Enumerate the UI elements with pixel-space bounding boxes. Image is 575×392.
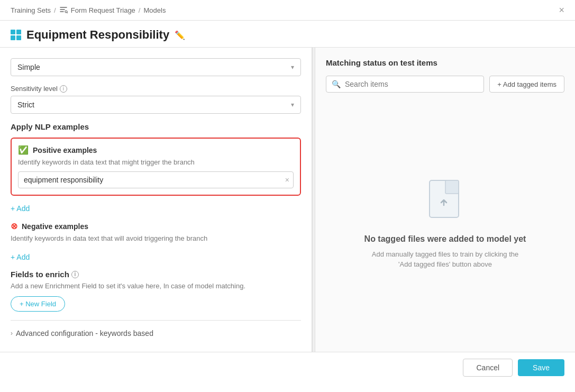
right-panel: Matching status on test items 🔍 + Add ta… [315, 48, 575, 352]
breadcrumb-form-request[interactable]: Form Request Triage [71, 6, 135, 14]
negative-examples-desc: Identify keywords in data text that will… [11, 234, 301, 242]
chevron-down-icon: ▾ [291, 63, 294, 71]
add-tagged-button[interactable]: + Add tagged items [489, 76, 564, 93]
search-input[interactable] [345, 80, 478, 88]
title-row: Equipment Responsibility ✏️ [0, 21, 575, 48]
chevron-right-icon: › [11, 330, 13, 337]
sensitivity-section: Sensitivity level i Strict ▾ [11, 85, 301, 114]
fields-desc: Add a new Enrichment Field to set it's v… [11, 282, 301, 290]
empty-state: No tagged files were added to model yet … [326, 103, 564, 344]
footer: Cancel Save [0, 352, 575, 383]
info-icon[interactable]: i [60, 85, 67, 93]
sensitivity-value: Strict [17, 101, 34, 109]
fields-title: Fields to enrich i [11, 270, 301, 279]
clear-icon[interactable]: × [285, 176, 289, 184]
save-button[interactable]: Save [518, 359, 564, 376]
nlp-section-title: Apply NLP examples [11, 122, 301, 131]
search-icon: 🔍 [332, 80, 341, 88]
advanced-config-label: Advanced configuration - keywords based [16, 329, 153, 338]
check-circle-icon: ✅ [18, 145, 29, 155]
advanced-config-section[interactable]: › Advanced configuration - keywords base… [11, 320, 301, 338]
svg-rect-2 [445, 180, 459, 194]
positive-examples-box: ✅ Positive examples Identify keywords in… [11, 138, 301, 196]
info-icon-fields[interactable]: i [71, 271, 79, 278]
positive-input-wrap: × [18, 171, 294, 188]
breadcrumb: Training Sets / Form Request Triage / Mo… [11, 6, 166, 15]
positive-examples-desc: Identify keywords in data text that migh… [18, 158, 294, 166]
sensitivity-label: Sensitivity level i [11, 85, 301, 93]
close-button[interactable]: × [559, 5, 564, 15]
edit-icon[interactable]: ✏️ [175, 30, 185, 40]
new-field-button[interactable]: + New Field [11, 296, 65, 312]
app-grid-icon [11, 30, 21, 40]
main-layout: Simple ▾ Sensitivity level i Strict ▾ Ap… [0, 48, 575, 352]
positive-examples-input[interactable] [18, 171, 294, 188]
positive-examples-header: ✅ Positive examples [18, 145, 294, 155]
chevron-down-icon: ▾ [291, 101, 294, 108]
negative-examples-box: ⊗ Negative examples Identify keywords in… [11, 221, 301, 242]
model-type-dropdown[interactable]: Simple ▾ [11, 58, 301, 76]
negative-examples-title: Negative examples [22, 222, 88, 231]
add-positive-link[interactable]: + Add [11, 204, 30, 213]
cancel-button[interactable]: Cancel [463, 359, 513, 377]
breadcrumb-training-sets[interactable]: Training Sets [11, 6, 51, 14]
breadcrumb-icon [59, 6, 68, 15]
app-header: Training Sets / Form Request Triage / Mo… [0, 0, 575, 21]
model-type-value: Simple [17, 63, 40, 71]
file-icon [427, 178, 464, 224]
left-panel: Simple ▾ Sensitivity level i Strict ▾ Ap… [0, 48, 312, 352]
breadcrumb-models[interactable]: Models [143, 6, 166, 14]
add-negative-link[interactable]: + Add [11, 253, 30, 261]
search-row: 🔍 + Add tagged items [326, 76, 564, 93]
empty-state-title: No tagged files were added to model yet [364, 234, 526, 244]
search-input-wrap: 🔍 [326, 76, 484, 93]
page-title: Equipment Responsibility [26, 28, 169, 42]
positive-examples-title: Positive examples [33, 146, 97, 154]
right-panel-title: Matching status on test items [326, 58, 564, 67]
error-circle-icon: ⊗ [11, 221, 17, 231]
sensitivity-dropdown[interactable]: Strict ▾ [11, 96, 301, 114]
empty-state-description: Add manually tagged files to train by cl… [366, 249, 525, 270]
negative-examples-header: ⊗ Negative examples [11, 221, 301, 231]
